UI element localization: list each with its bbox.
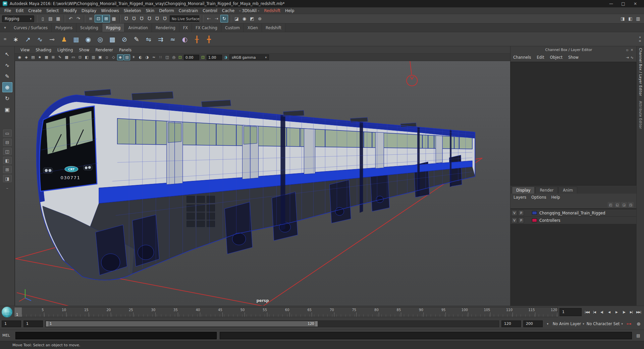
- layer-playback-toggle[interactable]: P: [518, 210, 524, 216]
- select-camera-icon[interactable]: ◉: [16, 54, 23, 60]
- go-to-start-button[interactable]: |◀◀: [583, 308, 591, 316]
- textured-icon[interactable]: ▨: [124, 54, 130, 60]
- exposure-icon[interactable]: ⊡: [177, 55, 183, 60]
- menu-item[interactable]: Edit: [13, 8, 26, 13]
- animation-preferences-icon[interactable]: ⊛: [635, 321, 642, 327]
- save-scene-icon[interactable]: ▦: [54, 15, 62, 22]
- panel-menu-item[interactable]: Lighting: [54, 48, 76, 52]
- shelf-paint-weights-icon[interactable]: ✎: [131, 34, 142, 45]
- command-line-input[interactable]: [15, 332, 217, 339]
- layer-editor-tab[interactable]: Render: [535, 187, 558, 194]
- command-line-output[interactable]: [220, 332, 632, 339]
- menu-item[interactable]: - 3DtoAll -: [237, 8, 262, 13]
- layer-visibility-toggle[interactable]: V: [512, 210, 517, 216]
- render-current-frame-icon[interactable]: ◉: [240, 15, 248, 22]
- safe-title-icon[interactable]: ▫: [104, 54, 110, 60]
- ssao-icon[interactable]: ◑: [144, 54, 150, 60]
- open-scene-icon[interactable]: ▤: [47, 15, 54, 22]
- anim-layer-dropdown[interactable]: No Anim Layer ▾: [553, 321, 584, 326]
- menu-item[interactable]: Skeleton: [121, 8, 144, 13]
- select-component-icon[interactable]: ⊞: [102, 15, 110, 22]
- menu-item[interactable]: Skin: [144, 8, 157, 13]
- two-d-pan-zoom-icon[interactable]: ⊞: [50, 54, 56, 60]
- toggle-attribute-editor-icon[interactable]: ◨: [619, 15, 627, 22]
- wireframe-sphere-icon[interactable]: [2, 307, 12, 317]
- select-tool-icon[interactable]: ↖: [2, 49, 12, 59]
- layer-name[interactable]: Controllers: [539, 218, 560, 223]
- panel-menu-item[interactable]: Panels: [116, 48, 135, 52]
- layout-two-stacked-icon[interactable]: ⊟: [3, 139, 12, 146]
- shelf-copy-weights-icon[interactable]: ⇉: [155, 34, 166, 45]
- channel-box-menu-item[interactable]: Object: [550, 55, 562, 60]
- resolution-gate-icon[interactable]: ⊡: [77, 54, 83, 60]
- panel-menu-item[interactable]: View: [17, 48, 33, 52]
- channel-box-menu-item[interactable]: Edit: [537, 55, 544, 60]
- maximize-icon[interactable]: □: [617, 0, 629, 7]
- layout-persp-outliner-icon[interactable]: ◨: [3, 175, 12, 182]
- shelf-menu-icon[interactable]: ≡: [0, 32, 10, 46]
- shelf-overflow-caret-icon[interactable]: ▾: [639, 36, 641, 39]
- menu-item[interactable]: Control: [200, 8, 219, 13]
- shelf-tab[interactable]: Redshift: [262, 23, 285, 32]
- color-management-icon[interactable]: ◑: [223, 55, 228, 59]
- snap-to-grid-icon[interactable]: Ω: [122, 15, 130, 22]
- shelf-tab[interactable]: FX: [179, 23, 192, 32]
- render-settings-icon[interactable]: ⊛: [256, 15, 264, 22]
- shelf-tab[interactable]: Animation: [124, 23, 152, 32]
- xray-icon[interactable]: ◫: [164, 54, 170, 60]
- toggle-tool-settings-icon[interactable]: ◧: [627, 15, 634, 22]
- toolbox-handle[interactable]: –: [6, 186, 8, 191]
- layer-new-empty-icon[interactable]: ◰: [608, 202, 613, 207]
- layer-playback-toggle[interactable]: P: [518, 217, 524, 223]
- menu-item[interactable]: Windows: [99, 8, 121, 13]
- safe-action-icon[interactable]: ▣: [97, 54, 103, 60]
- shelf-tab-switcher-icon[interactable]: ▾: [0, 23, 10, 32]
- shadows-icon[interactable]: ◐: [137, 54, 144, 60]
- shelf-insert-joint-icon[interactable]: ⊸: [46, 34, 58, 45]
- live-surface-field[interactable]: No Live Surface: [170, 15, 199, 22]
- lasso-tool-icon[interactable]: ∿: [2, 60, 12, 70]
- range-slider-bar[interactable]: 1 120: [46, 321, 318, 327]
- shelf-tab[interactable]: XGen: [244, 23, 262, 32]
- output-connections-icon[interactable]: ⇢: [213, 15, 220, 22]
- make-live-icon[interactable]: Ω: [161, 15, 169, 22]
- lock-camera-icon[interactable]: ◈: [23, 54, 30, 60]
- layer-editor-tab[interactable]: Anim: [558, 187, 577, 194]
- snap-to-projected-center-icon[interactable]: Ω: [146, 15, 153, 22]
- lights-icon[interactable]: ☀: [130, 54, 137, 60]
- playback-end-field[interactable]: 120: [501, 320, 521, 327]
- play-forwards-button[interactable]: ▶: [613, 308, 620, 316]
- channel-box-menu-item[interactable]: Channels: [513, 55, 531, 60]
- go-to-end-button[interactable]: ▶▶|: [635, 308, 642, 316]
- wireframe-icon[interactable]: ◇: [110, 54, 117, 60]
- menu-item[interactable]: Select: [44, 8, 61, 13]
- character-set-dropdown[interactable]: No Character Set ▾: [587, 321, 623, 326]
- viewport-canvas[interactable]: CRT 030771: [15, 61, 510, 306]
- shelf-hik-character-icon[interactable]: ▦: [70, 34, 82, 45]
- shelf-tab[interactable]: FX Caching: [192, 23, 221, 32]
- menu-item[interactable]: Deform: [157, 8, 176, 13]
- layer-editor-menu-item[interactable]: Help: [551, 195, 560, 200]
- script-editor-icon[interactable]: ▤: [635, 333, 642, 338]
- panel-menu-item[interactable]: Shading: [33, 48, 54, 52]
- step-forward-key-button[interactable]: ▶|: [628, 308, 635, 316]
- current-frame-marker[interactable]: 1: [14, 307, 22, 317]
- menu-item[interactable]: Cache: [220, 8, 237, 13]
- shelf-editor-icon[interactable]: ≡: [639, 39, 641, 43]
- channel-box-menu-item[interactable]: Show: [568, 55, 579, 60]
- shaded-icon[interactable]: ◆: [117, 54, 123, 60]
- shelf-detach-skin-icon[interactable]: ⊘: [119, 34, 130, 45]
- rotate-tool-icon[interactable]: ↻: [2, 93, 12, 103]
- animation-start-field[interactable]: 1: [2, 320, 21, 327]
- view-transform-dropdown[interactable]: sRGB gamma ▾: [229, 54, 269, 60]
- layer-options-icon[interactable]: ◳: [628, 202, 634, 207]
- toggle-channel-box-icon[interactable]: ▥: [634, 15, 642, 22]
- layout-three-split-icon[interactable]: ◧: [3, 157, 12, 164]
- undo-icon[interactable]: ↶: [67, 15, 74, 22]
- snap-to-curve-icon[interactable]: Ω: [130, 15, 138, 22]
- shelf-blend-shape-icon[interactable]: ◐: [179, 34, 191, 45]
- layout-two-side-icon[interactable]: ◫: [3, 148, 12, 155]
- new-scene-icon[interactable]: ▯: [39, 15, 47, 22]
- layout-four-pane-icon[interactable]: ⊞: [3, 166, 12, 173]
- layer-editor-menu-item[interactable]: Layers: [514, 195, 526, 200]
